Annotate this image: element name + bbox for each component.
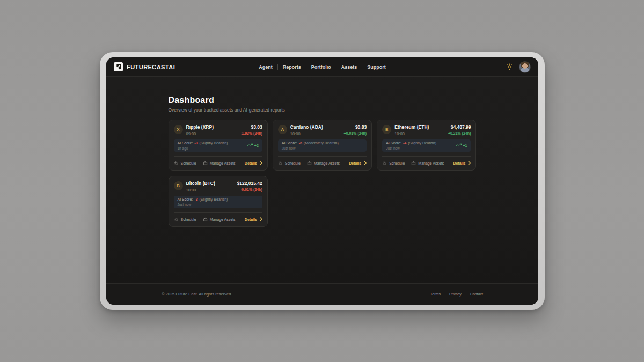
ai-updated-time: Just now xyxy=(282,146,339,150)
schedule-button[interactable]: Schedule xyxy=(382,161,405,166)
brand-logo-icon xyxy=(114,62,123,71)
nav-item-agent[interactable]: Agent xyxy=(254,64,277,70)
gear-icon xyxy=(278,161,283,166)
card-actions: Schedule Manage Assets xyxy=(174,217,262,222)
asset-price: $3.03 xyxy=(240,124,262,130)
brand[interactable]: FUTURECASTAI xyxy=(114,62,254,71)
footer-link-contact[interactable]: Contact xyxy=(470,292,483,296)
ai-score-label: AI Score: xyxy=(386,141,401,145)
chevron-right-icon xyxy=(364,161,367,166)
card-divider xyxy=(278,156,367,157)
asset-change: +0.21% (24h) xyxy=(448,131,471,135)
ai-score-label: AI Score: xyxy=(178,141,193,145)
card-header: B Bitcoin (BTC) 10:00 $122,015.42 -0.01%… xyxy=(174,181,262,193)
dashboard-container: Dashboard Overview of your tracked asset… xyxy=(169,77,477,227)
nav-item-portfolio[interactable]: Portfolio xyxy=(306,64,336,70)
ai-score-box: AI Score: -3 (Slightly Bearish) Just now xyxy=(174,196,262,209)
copyright: © 2025 Future Cast. All rights reserved. xyxy=(162,292,232,297)
asset-time: 10:00 xyxy=(186,188,234,193)
briefcase-icon xyxy=(307,161,312,166)
asset-change: +0.01% (24h) xyxy=(344,131,367,135)
footer-link-terms[interactable]: Terms xyxy=(430,292,441,296)
asset-name: Ripple (XRP) xyxy=(186,124,237,130)
ai-score-value: -4 xyxy=(403,141,406,145)
briefcase-icon xyxy=(203,217,208,222)
details-label: Details xyxy=(245,161,257,165)
manage-assets-label: Manage Assets xyxy=(314,161,340,165)
ai-score-label: AI Score: xyxy=(178,197,193,201)
ai-score-label: AI Score: xyxy=(282,141,297,145)
ai-updated-time: Just now xyxy=(386,146,436,150)
footer-links: Terms Privacy Contact xyxy=(430,292,483,296)
gear-icon xyxy=(174,217,179,222)
manage-assets-label: Manage Assets xyxy=(418,161,444,165)
manage-assets-label: Manage Assets xyxy=(210,161,236,165)
trend-up-icon xyxy=(456,143,462,147)
manage-assets-label: Manage Assets xyxy=(210,218,236,221)
schedule-label: Schedule xyxy=(181,161,196,165)
ai-score-value: -6 xyxy=(299,141,302,145)
asset-card-bitcoin: B Bitcoin (BTC) 10:00 $122,015.42 -0.01%… xyxy=(169,176,268,227)
card-divider xyxy=(382,156,471,157)
user-avatar[interactable] xyxy=(519,61,531,73)
chevron-right-icon xyxy=(260,217,262,222)
card-header: X Ripple (XRP) 09:00 $3.03 -1.93% (24h) xyxy=(174,124,262,136)
ai-score-box: AI Score: -4 (Slightly Bearish) Just now xyxy=(382,139,471,152)
manage-assets-button[interactable]: Manage Assets xyxy=(411,161,444,166)
ai-sentiment: (Moderately Bearish) xyxy=(304,141,339,145)
asset-cards-grid: X Ripple (XRP) 09:00 $3.03 -1.93% (24h) xyxy=(169,120,477,227)
card-header: E Ethereum (ETH) 10:00 $4,487.99 +0.21% … xyxy=(382,124,471,136)
trend-value: +1 xyxy=(463,144,467,147)
nav-item-reports[interactable]: Reports xyxy=(278,64,306,70)
footer-link-privacy[interactable]: Privacy xyxy=(449,292,462,296)
asset-time: 10:00 xyxy=(290,131,341,136)
card-divider xyxy=(174,156,262,157)
schedule-label: Schedule xyxy=(285,161,301,165)
asset-letter-icon: E xyxy=(382,125,391,134)
briefcase-icon xyxy=(411,161,416,166)
brand-name: FUTURECASTAI xyxy=(127,64,175,70)
card-divider xyxy=(174,212,262,213)
details-label: Details xyxy=(453,161,466,165)
trend-up-icon xyxy=(247,143,253,147)
details-button[interactable]: Details xyxy=(453,161,471,166)
manage-assets-button[interactable]: Manage Assets xyxy=(203,161,236,166)
asset-card-cardano: A Cardano (ADA) 10:00 $0.83 +0.01% (24h) xyxy=(273,120,372,171)
browser-frame: FUTURECASTAI Agent Reports Portfolio Ass… xyxy=(100,52,545,310)
schedule-button[interactable]: Schedule xyxy=(174,161,196,166)
trend-value: +2 xyxy=(254,144,259,147)
asset-name: Cardano (ADA) xyxy=(290,124,341,130)
asset-time: 09:00 xyxy=(186,131,237,136)
ai-score-value: -3 xyxy=(194,197,197,201)
ai-updated-time: Just now xyxy=(178,203,228,206)
asset-card-ripple: X Ripple (XRP) 09:00 $3.03 -1.93% (24h) xyxy=(169,120,268,171)
asset-name: Bitcoin (BTC) xyxy=(186,181,234,186)
asset-change: -1.93% (24h) xyxy=(240,131,262,135)
gear-icon xyxy=(382,161,387,166)
asset-price: $4,487.99 xyxy=(448,124,471,130)
asset-name: Ethereum (ETH) xyxy=(394,124,445,130)
theme-toggle-sun-icon[interactable] xyxy=(506,63,513,70)
chevron-right-icon xyxy=(468,161,471,166)
desktop-background: FUTURECASTAI Agent Reports Portfolio Ass… xyxy=(0,0,644,362)
asset-time: 10:00 xyxy=(394,131,445,136)
card-actions: Schedule Manage Assets xyxy=(382,161,471,166)
manage-assets-button[interactable]: Manage Assets xyxy=(307,161,340,166)
details-button[interactable]: Details xyxy=(349,161,367,166)
nav-item-support[interactable]: Support xyxy=(362,64,391,70)
trend-badge: +1 xyxy=(456,143,467,147)
schedule-button[interactable]: Schedule xyxy=(174,217,196,222)
schedule-button[interactable]: Schedule xyxy=(278,161,301,166)
nav-item-assets[interactable]: Assets xyxy=(336,64,362,70)
asset-letter-icon: X xyxy=(174,125,183,134)
details-button[interactable]: Details xyxy=(245,161,262,166)
manage-assets-button[interactable]: Manage Assets xyxy=(203,217,236,222)
asset-letter-icon: A xyxy=(278,125,287,134)
asset-change: -0.01% (24h) xyxy=(237,188,262,191)
chevron-right-icon xyxy=(260,161,262,166)
ai-score-box: AI Score: -3 (Slightly Bearish) 1h ago xyxy=(174,139,262,152)
footer: © 2025 Future Cast. All rights reserved.… xyxy=(106,283,538,305)
card-actions: Schedule Manage Assets xyxy=(278,161,367,166)
details-label: Details xyxy=(245,218,257,221)
details-button[interactable]: Details xyxy=(245,217,262,222)
